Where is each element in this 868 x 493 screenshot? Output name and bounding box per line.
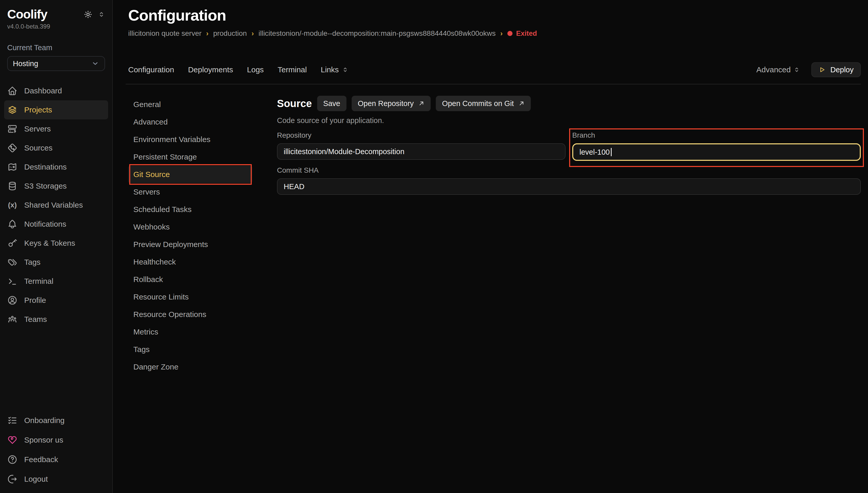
breadcrumb-project[interactable]: illicitonion quote server [128, 29, 202, 38]
git-source-panel: Source Save Open Repository Open Commits… [277, 84, 861, 376]
source-heading: Source [277, 98, 312, 109]
sidebar-item-label: Onboarding [24, 416, 65, 425]
subnav-item-git-source[interactable]: Git Source [128, 166, 252, 183]
sidebar-item-onboarding[interactable]: Onboarding [4, 411, 108, 430]
subnav-label: Git Source [133, 170, 170, 179]
open-repository-button[interactable]: Open Repository [352, 96, 431, 111]
repository-value: illicitestonion/Module-Decomposition [284, 147, 404, 156]
subnav-item-preview-deployments[interactable]: Preview Deployments [128, 236, 252, 253]
sidebar-item-teams[interactable]: Teams [4, 310, 108, 329]
sidebar-item-dashboard[interactable]: Dashboard [4, 81, 108, 100]
advanced-dropdown[interactable]: Advanced [756, 65, 800, 74]
external-link-icon [418, 100, 424, 107]
subnav-label: Metrics [133, 327, 158, 336]
open-commits-label: Open Commits on Git [442, 99, 514, 108]
sidebar-item-notifications[interactable]: Notifications [4, 215, 108, 234]
commit-sha-label: Commit SHA [277, 166, 861, 175]
subnav-label: Tags [133, 345, 150, 354]
heart-icon [7, 435, 18, 445]
variables-icon: (x) [7, 200, 18, 210]
sidebar-item-sponsor-us[interactable]: Sponsor us [4, 430, 108, 450]
text-cursor [611, 148, 612, 156]
user-circle-icon [7, 295, 18, 305]
repository-field: Repository illicitestonion/Module-Decomp… [277, 131, 566, 161]
subnav-label: Persistent Storage [133, 153, 197, 161]
subnav-item-scheduled-tasks[interactable]: Scheduled Tasks [128, 201, 252, 218]
deploy-button[interactable]: Deploy [811, 62, 861, 77]
tab-logs[interactable]: Logs [247, 65, 264, 74]
subnav-label: Healthcheck [133, 258, 176, 266]
theme-selector-icon[interactable] [98, 11, 105, 18]
tab-configuration[interactable]: Configuration [128, 65, 174, 74]
tags-icon [7, 257, 18, 267]
tab-deployments[interactable]: Deployments [188, 65, 233, 74]
breadcrumb-environment[interactable]: production [213, 29, 247, 38]
breadcrumb-application[interactable]: illicitestonion/-module--decomposition:m… [258, 29, 495, 38]
theme-sun-icon[interactable] [83, 10, 93, 19]
sidebar-item-sources[interactable]: Sources [4, 138, 108, 157]
selector-icon [793, 66, 800, 73]
breadcrumb-separator: › [206, 29, 209, 38]
help-circle-icon [7, 454, 18, 465]
subnav-item-persistent-storage[interactable]: Persistent Storage [128, 148, 252, 166]
subnav-label: Preview Deployments [133, 240, 208, 249]
subnav-item-webhooks[interactable]: Webhooks [128, 218, 252, 236]
subnav-item-servers[interactable]: Servers [128, 183, 252, 201]
subnav-item-tags[interactable]: Tags [128, 341, 252, 358]
subnav-item-rollback[interactable]: Rollback [128, 271, 252, 288]
tab-links[interactable]: Links [321, 65, 348, 74]
sidebar-item-label: Teams [24, 315, 47, 324]
deploy-label: Deploy [830, 66, 853, 74]
subnav-item-environment-variables[interactable]: Environment Variables [128, 131, 252, 148]
subnav-item-resource-operations[interactable]: Resource Operations [128, 306, 252, 323]
subnav-item-danger-zone[interactable]: Danger Zone [128, 358, 252, 376]
subnav-label: Resource Operations [133, 310, 206, 319]
sidebar-item-label: Logout [24, 475, 48, 484]
sidebar-item-projects[interactable]: Projects [4, 100, 108, 120]
commit-sha-input[interactable]: HEAD [277, 178, 861, 195]
tab-terminal[interactable]: Terminal [278, 65, 307, 74]
branch-input[interactable]: level-100 [572, 143, 861, 161]
layers-icon [7, 105, 18, 115]
subnav-item-metrics[interactable]: Metrics [128, 323, 252, 341]
repository-input[interactable]: illicitestonion/Module-Decomposition [277, 143, 566, 160]
source-description: Code source of your application. [277, 116, 861, 125]
map-icon [7, 162, 18, 172]
status-badge: Exited [507, 29, 537, 38]
sidebar-item-logout[interactable]: Logout [4, 469, 108, 489]
subnav-item-general[interactable]: General [128, 96, 252, 113]
bell-icon [7, 219, 18, 229]
advanced-label: Advanced [756, 65, 790, 74]
subnav-label: Environment Variables [133, 135, 211, 144]
sidebar-item-shared-variables[interactable]: (x) Shared Variables [4, 196, 108, 215]
subnav-item-resource-limits[interactable]: Resource Limits [128, 288, 252, 306]
sidebar-item-label: Feedback [24, 455, 58, 464]
sidebar-item-terminal[interactable]: Terminal [4, 272, 108, 291]
subnav-item-healthcheck[interactable]: Healthcheck [128, 253, 252, 271]
save-button[interactable]: Save [317, 96, 346, 111]
subnav-label: Resource Limits [133, 293, 189, 301]
subnav-label: Danger Zone [133, 363, 178, 371]
sidebar-item-tags[interactable]: Tags [4, 253, 108, 272]
breadcrumb-separator: › [501, 29, 503, 38]
team-select[interactable]: Hosting [7, 56, 105, 71]
sidebar-item-keys-tokens[interactable]: Keys & Tokens [4, 234, 108, 253]
database-icon [7, 181, 18, 191]
sidebar-item-destinations[interactable]: Destinations [4, 157, 108, 176]
sidebar-item-label: Terminal [24, 277, 53, 286]
sidebar-item-label: Profile [24, 296, 46, 305]
sidebar-item-feedback[interactable]: Feedback [4, 450, 108, 469]
branch-field: Branch level-100 [572, 131, 861, 161]
tab-label: Terminal [278, 65, 307, 74]
breadcrumb: illicitonion quote server › production ›… [128, 29, 861, 38]
sidebar-item-profile[interactable]: Profile [4, 291, 108, 310]
sidebar-item-s3-storages[interactable]: S3 Storages [4, 176, 108, 196]
sidebar-header: Coolify [4, 7, 108, 21]
sidebar-item-servers[interactable]: Servers [4, 120, 108, 138]
sidebar-item-label: Projects [24, 106, 52, 114]
key-icon [7, 238, 18, 248]
subnav-item-advanced[interactable]: Advanced [128, 113, 252, 131]
save-label: Save [323, 99, 340, 108]
app-logo: Coolify [7, 7, 47, 21]
open-commits-button[interactable]: Open Commits on Git [436, 96, 531, 111]
